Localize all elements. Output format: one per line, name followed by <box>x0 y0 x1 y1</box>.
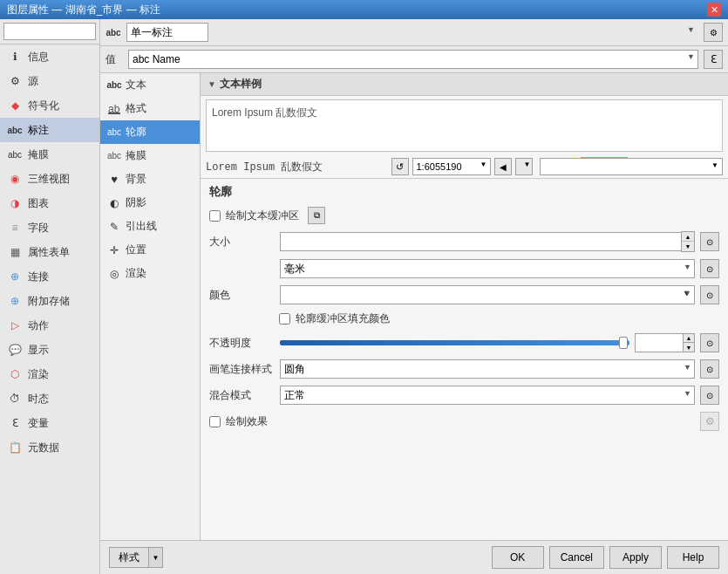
text-icon: abc <box>107 79 121 92</box>
sidebar-item-label[interactable]: abc 标注 <box>0 118 99 142</box>
sidebar-item-display[interactable]: 💬 显示 <box>0 338 99 362</box>
svg-rect-1 <box>108 113 120 114</box>
left-panel-item-format[interactable]: abc 格式 <box>100 97 200 120</box>
left-panel-item-label: 渲染 <box>126 266 146 281</box>
stroke-dropdown[interactable]: 圆角 <box>280 359 695 379</box>
left-panel: abc 文本 abc 格式 abc 轮廓 abc 掩膜 <box>100 73 201 540</box>
apply-button[interactable]: Apply <box>609 546 662 569</box>
sidebar-item-label: 元数据 <box>28 441 59 455</box>
annotation-type-dropdown[interactable]: 单一标注 基于规则的标注 无标注 <box>126 23 208 42</box>
size-icon-btn[interactable]: ⊙ <box>700 232 719 251</box>
sidebar-item-time[interactable]: ⏱ 时态 <box>0 386 99 411</box>
opacity-spin-up[interactable]: ▲ <box>683 333 695 343</box>
sidebar-item-fields[interactable]: ≡ 字段 <box>0 215 99 240</box>
sidebar-item-variable[interactable]: Ɛ 变量 <box>0 411 99 435</box>
left-panel-item-bgcolor[interactable]: ♥ 背景 <box>100 167 200 191</box>
fill-color-row: 轮廓缓冲区填充颜色 <box>279 311 719 326</box>
sidebar-item-metadata[interactable]: 📋 元数据 <box>0 435 99 460</box>
sidebar-item-label: 信息 <box>28 50 49 65</box>
left-panel-item-text[interactable]: abc 文本 <box>100 73 200 97</box>
close-button[interactable]: ✕ <box>707 3 721 17</box>
sample-extra-dropdown-wrapper: ▼ <box>540 158 724 175</box>
style-btn-wrapper: 样式 ▼ <box>109 547 163 568</box>
sidebar-item-source[interactable]: ⚙ 源 <box>0 69 99 93</box>
help-button[interactable]: Help <box>667 546 719 569</box>
left-panel-item-outline[interactable]: abc 轮廓 <box>100 120 200 144</box>
sidebar-item-attrform[interactable]: ▦ 属性表单 <box>0 240 99 264</box>
sidebar-item-render[interactable]: ⬡ 渲染 <box>0 362 99 386</box>
size-spin-wrapper: 1.0000 ▲ ▼ <box>280 231 695 252</box>
sidebar-item-3dview[interactable]: ◉ 三维视图 <box>0 167 99 191</box>
sample-extra-dropdown[interactable] <box>541 159 723 174</box>
attrform-icon: ▦ <box>7 244 23 260</box>
sidebar-item-action[interactable]: ▷ 动作 <box>0 313 99 338</box>
size-input[interactable]: 1.0000 <box>280 232 681 251</box>
left-panel-item-position[interactable]: ✛ 位置 <box>100 238 200 262</box>
opacity-spin-down[interactable]: ▼ <box>683 343 695 352</box>
value-epsilon-btn[interactable]: Ɛ <box>704 50 723 69</box>
ok-button[interactable]: OK <box>492 546 544 569</box>
sample-refresh-btn[interactable]: ↺ <box>391 158 409 175</box>
section-arrow-icon: ▼ <box>208 79 216 89</box>
size-spin-btns: ▲ ▼ <box>681 231 695 252</box>
sidebar-item-label: 图表 <box>28 196 49 211</box>
annotation-settings-btn[interactable]: ⚙ <box>704 23 723 42</box>
text-sample-header: ▼ 文本样例 <box>201 73 728 96</box>
sample-scale-select[interactable]: 1:6055190 <box>412 158 491 175</box>
unit-dropdown[interactable]: 毫米 <box>280 259 695 278</box>
color-icon-btn[interactable]: ⊙ <box>700 285 719 304</box>
left-panel-item-callout[interactable]: ✎ 引出线 <box>100 215 200 238</box>
sidebar-item-info[interactable]: ℹ 信息 <box>0 44 99 69</box>
sidebar-item-label: 连接 <box>28 270 49 284</box>
value-row: 值 abc Name Ɛ <box>100 46 728 73</box>
sidebar-item-charts[interactable]: ◑ 图表 <box>0 191 99 215</box>
value-dropdown-wrapper: abc Name <box>128 50 698 69</box>
style-dropdown-btn[interactable]: ▼ <box>149 547 163 568</box>
unit-dropdown-wrapper: 毫米 <box>280 259 695 278</box>
outline-icon: abc <box>107 126 121 140</box>
blend-icon-btn[interactable]: ⊙ <box>700 386 719 405</box>
sidebar-item-addon[interactable]: ⊕ 附加存储 <box>0 289 99 313</box>
size-spin-down[interactable]: ▼ <box>682 242 694 251</box>
opacity-icon-btn[interactable]: ⊙ <box>700 333 719 352</box>
opacity-controls: 100.0 % ▲ ▼ <box>280 333 695 352</box>
sidebar-item-connect[interactable]: ⊕ 连接 <box>0 264 99 289</box>
charts-icon: ◑ <box>7 195 23 211</box>
opacity-input[interactable]: 100.0 % <box>635 333 683 352</box>
left-panel-item-label: 位置 <box>126 243 146 257</box>
effect-settings-btn[interactable]: ⚙ <box>700 412 719 431</box>
sidebar: ℹ 信息 ⚙ 源 ◆ 符号化 abc 标注 abc 掩膜 ◉ 三维视图 <box>0 19 100 574</box>
cancel-button[interactable]: Cancel <box>549 546 604 569</box>
left-panel-item-render2[interactable]: ◎ 渲染 <box>100 262 200 285</box>
title-bar: 图层属性 — 湖南省_市界 — 标注 ✕ <box>0 0 728 19</box>
symbology-icon: ◆ <box>7 98 23 113</box>
sidebar-item-label: 附加存储 <box>28 294 70 309</box>
draw-buffer-checkbox[interactable] <box>209 210 221 222</box>
opacity-slider[interactable] <box>280 340 629 345</box>
opacity-spinners: ▲ ▼ <box>683 333 695 352</box>
blend-dropdown[interactable]: 正常 <box>280 386 695 405</box>
3dview-icon: ◉ <box>7 171 23 187</box>
unit-icon-btn[interactable]: ⊙ <box>700 259 719 278</box>
blend-label: 混合模式 <box>209 388 275 403</box>
sample-nav-btn[interactable]: ◀ <box>494 158 512 175</box>
text-sample-display: Lorem Ipsum 乱数假文 <box>206 99 723 152</box>
sample-nav-dropdown[interactable] <box>515 158 533 175</box>
left-panel-item-mask[interactable]: abc 掩膜 <box>100 144 200 167</box>
sidebar-search-input[interactable] <box>3 23 96 40</box>
copy-format-btn[interactable]: ⧉ <box>308 207 325 224</box>
sidebar-item-mask[interactable]: abc 掩膜 <box>0 142 99 167</box>
shadow-icon: ◐ <box>107 196 121 210</box>
annotation-type-dropdown-wrapper: 单一标注 基于规则的标注 无标注 <box>126 23 698 42</box>
left-panel-item-shadow[interactable]: ◐ 阴影 <box>100 191 200 215</box>
source-icon: ⚙ <box>7 73 23 89</box>
left-panel-item-label: 掩膜 <box>126 148 146 163</box>
stroke-icon-btn[interactable]: ⊙ <box>700 359 719 379</box>
value-dropdown[interactable]: abc Name <box>128 50 698 69</box>
style-button[interactable]: 样式 <box>109 547 149 568</box>
sidebar-item-symbology[interactable]: ◆ 符号化 <box>0 93 99 118</box>
fill-color-checkbox[interactable] <box>279 313 290 325</box>
effect-checkbox[interactable] <box>209 416 221 427</box>
left-panel-item-label: 阴影 <box>126 195 146 210</box>
size-spin-up[interactable]: ▲ <box>682 232 694 242</box>
